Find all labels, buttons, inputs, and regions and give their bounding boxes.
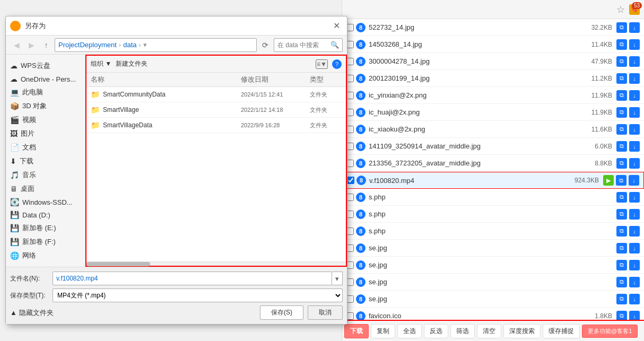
file-checkbox[interactable] [346, 295, 354, 303]
cache-capture-button[interactable]: 缓存捕捉 [543, 324, 580, 338]
filter-button[interactable]: 筛选 [450, 324, 475, 338]
file-item[interactable]: 8ic_xiaoku@2x.png11.6KB⧉↓ [342, 121, 644, 138]
file-copy-btn[interactable]: ⧉ [616, 243, 627, 253]
clear-button[interactable]: 清空 [477, 324, 501, 338]
filename-dropdown[interactable]: ▾ [332, 272, 343, 285]
file-copy-btn[interactable]: ⧉ [616, 56, 627, 67]
sidebar-item-12[interactable]: 💾新加卷 (E:) [6, 221, 85, 235]
file-item[interactable]: 8ic_yinxian@2x.png11.9KB⧉↓ [342, 87, 644, 104]
select-all-button[interactable]: 全选 [397, 324, 422, 338]
invert-button[interactable]: 反选 [424, 324, 448, 338]
sidebar-item-11[interactable]: 💾Data (D:) [6, 208, 85, 221]
file-download-btn[interactable]: ↓ [629, 175, 639, 186]
file-download-btn[interactable]: ↓ [629, 22, 640, 33]
file-checkbox[interactable] [346, 211, 354, 218]
file-item[interactable]: 8se.jpg⧉↓ [342, 291, 644, 308]
file-checkbox[interactable] [346, 75, 354, 82]
file-copy-btn[interactable]: ⧉ [616, 22, 627, 33]
sidebar-item-8[interactable]: 🎵音乐 [6, 168, 85, 182]
file-copy-btn[interactable]: ⧉ [616, 311, 627, 320]
dialog-close-button[interactable]: ✕ [330, 20, 343, 32]
file-item[interactable]: 8ic_huaji@2x.png11.9KB⧉↓ [342, 104, 644, 121]
file-checkbox[interactable] [346, 312, 354, 320]
file-copy-btn[interactable]: ⧉ [616, 158, 627, 169]
file-checkbox[interactable] [346, 126, 354, 133]
cancel-button[interactable]: 取消 [308, 305, 343, 320]
file-item[interactable]: 8141109_3250914_avatar_middle.jpg6.0KB⧉↓ [342, 138, 644, 155]
file-copy-btn[interactable]: ⧉ [616, 209, 627, 220]
search-input[interactable] [277, 41, 330, 49]
file-item[interactable]: 8s.php⧉↓ [342, 223, 644, 240]
file-download-btn[interactable]: ↓ [629, 124, 640, 135]
file-copy-btn[interactable]: ⧉ [616, 175, 626, 186]
filetype-select[interactable]: MP4文件 (*.mp4) [53, 288, 343, 302]
file-checkbox[interactable] [346, 109, 354, 116]
nav-back-button[interactable]: ◀ [10, 39, 23, 51]
file-item[interactable]: 8se.jpg⧉↓ [342, 274, 644, 291]
sidebar-item-3[interactable]: 📦3D 对象 [6, 99, 85, 113]
file-download-btn[interactable]: ↓ [629, 294, 640, 304]
filename-input[interactable] [53, 272, 332, 285]
file-copy-btn[interactable]: ⧉ [616, 90, 627, 101]
sidebar-item-14[interactable]: 🌐网络 [6, 249, 85, 263]
scroll-area[interactable] [86, 261, 346, 266]
file-copy-btn[interactable]: ⧉ [616, 192, 627, 203]
deep-search-button[interactable]: 深度搜索 [503, 324, 541, 338]
save-button[interactable]: 保存(S) [260, 305, 303, 320]
view-button[interactable]: ≡▼ [316, 59, 328, 69]
file-copy-btn[interactable]: ⧉ [616, 294, 627, 304]
file-checkbox[interactable] [346, 278, 354, 286]
folder-row[interactable]: 📁 SmartCommunityData 2024/1/15 12:41 文件夹 [86, 87, 346, 102]
hide-folders-button[interactable]: ▲ 隐藏文件夹 [10, 308, 54, 318]
star-icon[interactable]: ☆ [616, 4, 625, 15]
file-item[interactable]: 82001230199_14.jpg11.2KB⧉↓ [342, 70, 644, 87]
help-button[interactable]: ? [332, 59, 342, 69]
file-download-btn[interactable]: ↓ [629, 311, 640, 320]
file-checkbox[interactable] [346, 24, 354, 31]
file-item[interactable]: 83000004278_14.jpg47.9KB⧉↓ [342, 53, 644, 70]
file-download-btn[interactable]: ↓ [629, 39, 640, 50]
file-download-btn[interactable]: ↓ [629, 192, 640, 203]
file-copy-btn[interactable]: ⧉ [616, 124, 627, 135]
sidebar-item-6[interactable]: 📄文档 [6, 141, 85, 154]
file-play-btn[interactable]: ▶ [603, 175, 614, 186]
file-download-btn[interactable]: ↓ [629, 277, 640, 287]
nav-up-button[interactable]: ↑ [40, 39, 53, 51]
refresh-button[interactable]: ⟳ [259, 39, 272, 51]
sidebar-item-10[interactable]: 💽Windows-SSD... [6, 196, 85, 208]
file-download-btn[interactable]: ↓ [629, 209, 640, 220]
breadcrumb-item-data[interactable]: data [123, 41, 136, 49]
file-checkbox[interactable] [346, 228, 354, 235]
folder-row[interactable]: 📁 SmartVillageData 2022/9/9 16:28 文件夹 [86, 118, 346, 133]
file-item[interactable]: 8213356_3723205_avatar_middle.jpg8.8KB⧉↓ [342, 155, 644, 172]
sidebar-item-0[interactable]: ☁WPS云盘 [6, 59, 85, 73]
copy-button[interactable]: 复制 [371, 324, 395, 338]
file-copy-btn[interactable]: ⧉ [616, 107, 627, 118]
file-download-btn[interactable]: ↓ [629, 158, 640, 169]
sidebar-item-7[interactable]: ⬇下载 [6, 154, 85, 168]
file-copy-btn[interactable]: ⧉ [616, 141, 627, 152]
file-item[interactable]: 8favicon.ico1.8KB⧉↓ [342, 308, 644, 320]
file-download-btn[interactable]: ↓ [629, 226, 640, 237]
sidebar-item-4[interactable]: 🎬视频 [6, 113, 85, 127]
file-item[interactable]: 8se.jpg⧉↓ [342, 257, 644, 274]
file-checkbox[interactable] [346, 92, 354, 99]
sidebar-item-2[interactable]: 💻此电脑 [6, 85, 85, 99]
file-download-btn[interactable]: ↓ [629, 107, 640, 118]
new-folder-button[interactable]: 新建文件夹 [116, 59, 147, 68]
download-button[interactable]: 下载 [344, 324, 369, 338]
file-item[interactable]: 8522732_14.jpg32.2KB⧉↓ [342, 19, 644, 36]
file-copy-btn[interactable]: ⧉ [616, 260, 627, 270]
file-item[interactable]: 8s.php⧉↓ [342, 189, 644, 206]
folder-row[interactable]: 📁 SmartVillage 2022/1/12 14:18 文件夹 [86, 102, 346, 118]
file-download-btn[interactable]: ↓ [629, 90, 640, 101]
file-checkbox[interactable] [346, 58, 354, 65]
file-copy-btn[interactable]: ⧉ [616, 39, 627, 50]
file-checkbox[interactable] [346, 41, 354, 48]
breadcrumb-item[interactable]: ProjectDeployment [58, 41, 117, 49]
file-copy-btn[interactable]: ⧉ [616, 277, 627, 287]
sidebar-item-13[interactable]: 💾新加卷 (F:) [6, 235, 85, 249]
nav-forward-button[interactable]: ▶ [25, 39, 38, 51]
file-copy-btn[interactable]: ⧉ [616, 73, 627, 84]
sidebar-item-1[interactable]: ☁OneDrive - Pers... [6, 73, 85, 85]
